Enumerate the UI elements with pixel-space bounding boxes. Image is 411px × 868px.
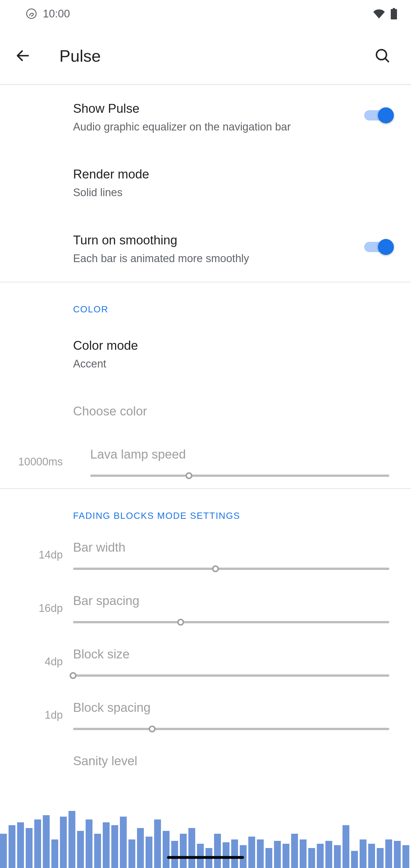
setting-block-size: 4dp Block size: [0, 635, 411, 688]
setting-title: Color mode: [73, 338, 384, 353]
battery-icon: [390, 8, 397, 20]
setting-value: Accent: [73, 356, 384, 371]
page-title: Pulse: [59, 46, 369, 65]
setting-subtitle: Each bar is animated more smoothly: [73, 251, 349, 266]
os-icon: [26, 8, 37, 20]
setting-bar-spacing: 16dp Bar spacing: [0, 581, 411, 635]
svg-line-3: [385, 58, 388, 62]
setting-choose-color: Choose color: [0, 387, 411, 435]
setting-bar-width: 14dp Bar width: [0, 528, 411, 581]
setting-title: Bar spacing: [73, 593, 389, 609]
slider-block-spacing: [73, 728, 389, 730]
app-bar: Pulse: [0, 27, 411, 85]
slider-value: 14dp: [11, 549, 63, 561]
wifi-icon: [373, 8, 385, 20]
setting-value: Solid lines: [73, 185, 384, 200]
slider-bar-width: [73, 568, 389, 570]
switch-show-pulse[interactable]: [360, 106, 392, 124]
section-header-color: Color: [0, 282, 411, 321]
search-icon: [375, 48, 390, 64]
slider-value: 4dp: [11, 655, 63, 668]
slider-lava-lamp: [90, 474, 389, 477]
setting-show-pulse[interactable]: Show Pulse Audio graphic equalizer on th…: [0, 85, 411, 150]
switch-smoothing[interactable]: [360, 238, 392, 256]
setting-sanity-level: Sanity level: [0, 742, 411, 780]
setting-block-spacing: 1dp Block spacing: [0, 688, 411, 742]
search-button[interactable]: [369, 48, 396, 64]
slider-block-size: [73, 674, 389, 677]
setting-title: Turn on smoothing: [73, 232, 349, 248]
section-header-fading: Fading blocks mode settings: [0, 489, 411, 528]
slider-value: 10000ms: [11, 456, 63, 468]
slider-bar-spacing: [73, 621, 389, 623]
status-time: 10:00: [43, 8, 70, 20]
setting-title: Sanity level: [73, 753, 389, 769]
nav-handle[interactable]: [167, 856, 244, 859]
setting-title: Render mode: [73, 166, 384, 182]
setting-title: Lava lamp speed: [90, 446, 389, 462]
slider-value: 16dp: [11, 602, 63, 614]
setting-title: Bar width: [73, 539, 389, 555]
setting-title: Block size: [73, 646, 389, 662]
back-button[interactable]: [15, 48, 42, 64]
setting-lava-lamp-speed: 10000ms Lava lamp speed: [0, 435, 411, 489]
setting-render-mode[interactable]: Render mode Solid lines: [0, 150, 411, 216]
setting-subtitle: Audio graphic equalizer on the navigatio…: [73, 120, 349, 134]
setting-title: Block spacing: [73, 700, 389, 715]
setting-color-mode[interactable]: Color mode Accent: [0, 321, 411, 387]
setting-title: Show Pulse: [73, 100, 349, 116]
setting-smoothing[interactable]: Turn on smoothing Each bar is animated m…: [0, 216, 411, 282]
slider-value: 1dp: [11, 709, 63, 721]
setting-title: Choose color: [73, 403, 384, 419]
